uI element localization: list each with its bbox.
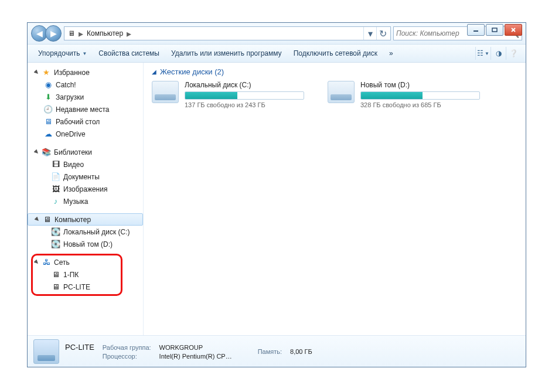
nav-tree: ★ Избранное ◉Catch! ⬇Загрузки 🕘Недавние … xyxy=(28,63,144,335)
tree-item-network-pc1[interactable]: 🖥1-ПК xyxy=(28,268,143,281)
forward-button[interactable]: ▶ xyxy=(45,25,62,42)
tree-libraries[interactable]: 📚 Библиотеки xyxy=(28,146,143,158)
content-pane: ◢ Жесткие диски (2) Локальный диск (C:) … xyxy=(144,63,526,335)
refresh-button[interactable]: ↻ xyxy=(376,27,389,40)
window-controls xyxy=(467,24,522,36)
pictures-icon: 🖼 xyxy=(50,185,61,194)
app-icon: ◉ xyxy=(43,80,53,90)
tree-label: Компьютер xyxy=(54,216,91,224)
tree-label: PC-LITE xyxy=(63,283,90,291)
drive-icon xyxy=(328,81,355,103)
drive-d[interactable]: Новый том (D:) 328 ГБ свободно из 685 ГБ xyxy=(328,81,480,108)
documents-icon: 📄 xyxy=(50,172,61,182)
star-icon: ★ xyxy=(41,68,52,77)
tree-item-desktop[interactable]: 🖥Рабочий стол xyxy=(28,115,143,128)
breadcrumb-computer[interactable]: Компьютер xyxy=(84,27,125,40)
drive-icon: 💽 xyxy=(50,240,61,249)
help-button[interactable]: ❔ xyxy=(506,47,521,60)
svg-rect-1 xyxy=(492,28,497,32)
hostname: PC-LITE xyxy=(65,343,94,352)
tree-label: Видео xyxy=(63,161,84,169)
collapse-icon: ◢ xyxy=(152,69,156,75)
desktop-icon: 🖥 xyxy=(43,117,53,127)
tree-item-catch[interactable]: ◉Catch! xyxy=(28,79,143,91)
collapse-icon xyxy=(34,216,40,223)
computer-icon: 🖥 xyxy=(66,27,77,40)
drive-name: Новый том (D:) xyxy=(360,81,480,89)
uninstall-program-button[interactable]: Удалить или изменить программу xyxy=(165,47,288,60)
section-hard-drives[interactable]: ◢ Жесткие диски (2) xyxy=(152,67,517,76)
libraries-icon: 📚 xyxy=(41,148,52,157)
workgroup-label: Рабочая группа: xyxy=(103,344,151,351)
tree-item-videos[interactable]: 🎞Видео xyxy=(28,158,143,171)
address-dropdown-button[interactable]: ▾ xyxy=(363,27,376,40)
memory-label: Память: xyxy=(258,348,282,355)
tree-item-drive-c[interactable]: 💽Локальный диск (C:) xyxy=(28,226,143,238)
organize-button[interactable]: Упорядочить▼ xyxy=(32,47,93,60)
workgroup-value: WORKGROUP xyxy=(159,344,232,351)
view-options-button[interactable]: ☷▼ xyxy=(475,47,491,60)
section-title: Жесткие диски (2) xyxy=(160,67,224,76)
tree-item-downloads[interactable]: ⬇Загрузки xyxy=(28,91,143,103)
tree-label: Рабочий стол xyxy=(56,118,100,126)
nav-row: ◀ ▶ 🖥 ▸ Компьютер ▸ ▾ ↻ 🔍 xyxy=(28,23,526,44)
minimize-button[interactable] xyxy=(467,24,485,36)
capacity-bar xyxy=(185,91,304,100)
cloud-icon: ☁ xyxy=(43,129,53,139)
tree-label: Музыка xyxy=(63,197,88,206)
tree-label: Загрузки xyxy=(56,93,84,101)
maximize-button[interactable] xyxy=(486,24,503,36)
address-bar[interactable]: 🖥 ▸ Компьютер ▸ ▾ ↻ xyxy=(64,26,391,40)
collapse-icon xyxy=(33,69,40,76)
downloads-icon: ⬇ xyxy=(43,93,53,102)
tree-label: Недавние места xyxy=(56,105,109,114)
toolbar-overflow-button[interactable]: » xyxy=(383,47,399,60)
cpu-label: Процессор: xyxy=(103,353,151,360)
tree-label: Изображения xyxy=(63,185,107,193)
map-network-drive-button[interactable]: Подключить сетевой диск xyxy=(288,47,383,60)
tree-label: Библиотеки xyxy=(54,148,92,156)
capacity-bar xyxy=(360,91,480,100)
close-button[interactable] xyxy=(505,24,522,36)
drive-icon: 💽 xyxy=(50,227,61,237)
tree-label: Сеть xyxy=(54,258,70,267)
collapse-icon xyxy=(33,149,40,155)
drive-free-text: 328 ГБ свободно из 685 ГБ xyxy=(360,101,480,108)
tree-label: Catch! xyxy=(56,81,76,89)
drive-icon xyxy=(152,81,179,103)
tree-item-pictures[interactable]: 🖼Изображения xyxy=(28,183,143,195)
video-icon: 🎞 xyxy=(50,160,61,169)
drive-name: Локальный диск (C:) xyxy=(185,81,304,89)
preview-pane-button[interactable]: ◑ xyxy=(491,47,506,60)
tree-label: OneDrive xyxy=(56,130,86,138)
tree-item-network-pclite[interactable]: 🖥PC-LITE xyxy=(28,281,143,293)
system-properties-button[interactable]: Свойства системы xyxy=(93,47,165,60)
command-bar: Упорядочить▼ Свойства системы Удалить ил… xyxy=(28,44,526,63)
tree-item-recent[interactable]: 🕘Недавние места xyxy=(28,103,143,115)
tree-item-music[interactable]: ♪Музыка xyxy=(28,195,143,207)
tree-label: Документы xyxy=(63,173,100,181)
pc-icon: 🖥 xyxy=(50,282,61,292)
pc-icon: 🖥 xyxy=(50,270,61,279)
computer-icon: 🖥 xyxy=(42,215,52,224)
recent-icon: 🕘 xyxy=(43,105,53,114)
tree-label: Новый том (D:) xyxy=(63,240,113,248)
tree-label: Избранное xyxy=(54,69,90,77)
computer-icon xyxy=(33,339,59,364)
tree-computer[interactable]: 🖥 Компьютер xyxy=(28,213,143,226)
collapse-icon xyxy=(33,259,40,265)
drive-free-text: 137 ГБ свободно из 243 ГБ xyxy=(185,101,304,108)
memory-value: 8,00 ГБ xyxy=(290,348,312,355)
network-icon: 🖧 xyxy=(41,258,52,267)
music-icon: ♪ xyxy=(50,197,61,206)
tree-item-drive-d[interactable]: 💽Новый том (D:) xyxy=(28,238,143,250)
tree-favorites[interactable]: ★ Избранное xyxy=(28,66,143,79)
tree-item-documents[interactable]: 📄Документы xyxy=(28,171,143,183)
tree-label: 1-ПК xyxy=(63,271,79,279)
details-pane: PC-LITE Рабочая группа: WORKGROUP Процес… xyxy=(28,335,526,367)
tree-item-onedrive[interactable]: ☁OneDrive xyxy=(28,128,143,140)
chevron-right-icon: ▸ xyxy=(77,28,84,39)
chevron-right-icon: ▸ xyxy=(125,28,132,39)
tree-network[interactable]: 🖧 Сеть xyxy=(28,256,143,268)
drive-c[interactable]: Локальный диск (C:) 137 ГБ свободно из 2… xyxy=(152,81,304,108)
